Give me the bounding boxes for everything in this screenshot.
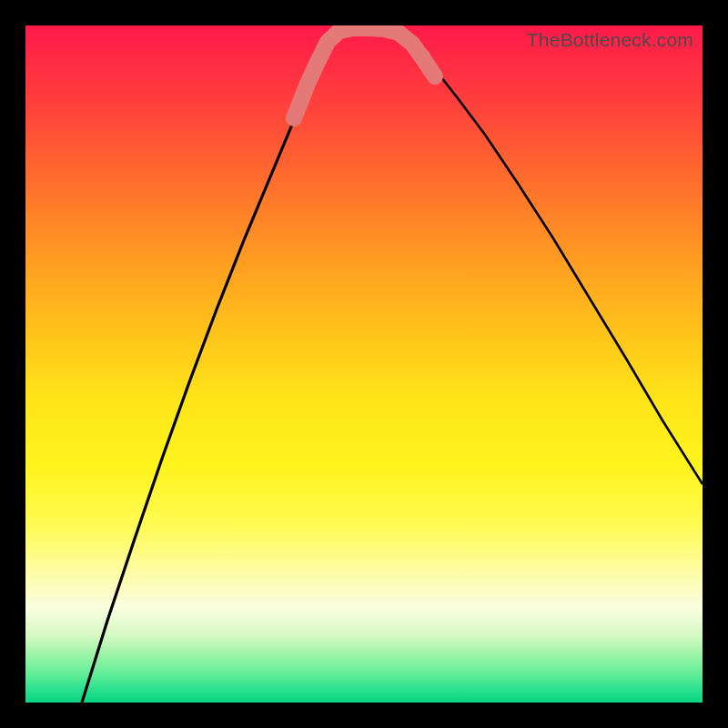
svg-point-4 <box>416 49 430 64</box>
svg-point-0 <box>287 111 301 126</box>
svg-point-1 <box>299 78 314 93</box>
plot-area: TheBottleneck.com <box>25 25 703 703</box>
svg-point-3 <box>428 69 442 84</box>
curves-svg <box>25 25 703 703</box>
watermark-text: TheBottleneck.com <box>527 29 693 51</box>
chart-frame: TheBottleneck.com <box>0 0 728 728</box>
svg-point-2 <box>311 53 326 67</box>
